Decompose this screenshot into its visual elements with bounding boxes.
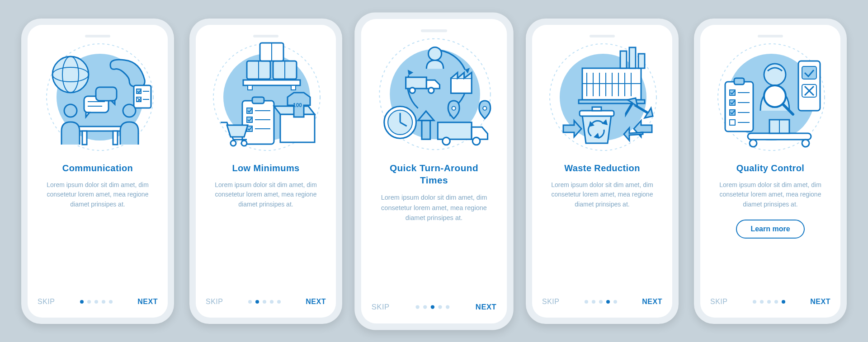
next-button[interactable]: NEXT (306, 298, 326, 306)
skip-button[interactable]: SKIP (38, 298, 55, 306)
svg-point-58 (483, 106, 486, 110)
dot[interactable] (599, 300, 603, 304)
speaker (253, 35, 278, 37)
dot[interactable] (423, 305, 427, 309)
next-button[interactable]: NEXT (810, 298, 830, 306)
svg-rect-18 (96, 87, 117, 101)
skip-button[interactable]: SKIP (206, 298, 223, 306)
svg-rect-12 (113, 131, 118, 145)
footer: SKIP NEXT (206, 298, 326, 306)
svg-point-97 (802, 140, 809, 147)
dot[interactable] (80, 300, 84, 304)
dot[interactable] (585, 300, 588, 304)
svg-text:100: 100 (293, 102, 302, 108)
dot[interactable] (270, 300, 274, 304)
speaker (590, 35, 615, 37)
footer: SKIP NEXT (710, 298, 830, 306)
dot[interactable] (760, 300, 764, 304)
phone-waste-reduction: Waste Reduction Lorem ipsum dolor sit di… (526, 19, 679, 324)
screen: Quick Turn-Around Times Lorem ipsum dolo… (361, 19, 507, 323)
pagination-dots (585, 300, 617, 304)
svg-rect-54 (438, 122, 472, 139)
svg-point-57 (452, 106, 456, 110)
svg-rect-80 (734, 78, 744, 84)
dot[interactable] (767, 300, 771, 304)
quality-control-icon (712, 43, 829, 156)
skip-button[interactable]: SKIP (542, 298, 559, 306)
dot[interactable] (277, 300, 281, 304)
screen: Quality Control Lorem ipsum dolor sit di… (700, 25, 840, 318)
description: Lorem ipsum dolor sit dim amet, dim cons… (546, 180, 659, 210)
title: Quick Turn-Around Times (377, 162, 491, 186)
dot[interactable] (606, 300, 610, 304)
next-button[interactable]: NEXT (476, 303, 496, 311)
svg-rect-48 (451, 78, 472, 93)
pagination-dots (80, 300, 113, 304)
phone-quality-control: Quality Control Lorem ipsum dolor sit di… (694, 19, 847, 324)
svg-rect-95 (748, 133, 811, 140)
dot[interactable] (446, 305, 449, 309)
svg-point-38 (231, 141, 236, 146)
svg-rect-73 (638, 54, 645, 68)
next-button[interactable]: NEXT (642, 298, 662, 306)
svg-point-39 (241, 141, 247, 146)
description: Lorem ipsum dolor sit dim amet, dim cons… (375, 192, 493, 223)
dot[interactable] (248, 300, 252, 304)
dot[interactable] (263, 300, 266, 304)
svg-point-13 (64, 104, 77, 117)
dot[interactable] (87, 300, 91, 304)
title: Waste Reduction (564, 162, 640, 174)
dot[interactable] (431, 305, 434, 309)
svg-point-44 (429, 47, 442, 60)
learn-more-button[interactable]: Learn more (736, 220, 804, 239)
svg-rect-75 (580, 111, 614, 116)
waste-reduction-icon (543, 43, 661, 156)
skip-button[interactable]: SKIP (710, 298, 727, 306)
speaker (85, 35, 110, 37)
dot[interactable] (109, 300, 113, 304)
dot[interactable] (613, 300, 617, 304)
description: Lorem ipsum dolor sit dim amet, dim cons… (41, 180, 154, 210)
svg-point-89 (764, 64, 786, 85)
svg-point-46 (410, 87, 415, 93)
svg-point-55 (443, 137, 450, 145)
svg-rect-71 (620, 51, 627, 68)
svg-point-14 (123, 104, 136, 117)
dot[interactable] (102, 300, 105, 304)
svg-point-56 (472, 137, 480, 145)
title: Communication (62, 162, 133, 174)
svg-rect-28 (248, 85, 252, 90)
dot[interactable] (255, 300, 259, 304)
svg-rect-72 (629, 47, 636, 68)
svg-point-96 (750, 140, 757, 147)
footer: SKIP NEXT (542, 298, 662, 306)
phone-low-minimums: 100 Low Minimums Lorem ipsum dolor sit d… (189, 19, 342, 324)
svg-rect-29 (291, 85, 296, 90)
svg-rect-84 (730, 120, 735, 125)
svg-rect-76 (592, 107, 601, 111)
next-button[interactable]: NEXT (137, 298, 158, 306)
dot[interactable] (774, 300, 778, 304)
svg-rect-11 (82, 131, 87, 145)
speaker (758, 35, 783, 37)
svg-rect-31 (252, 97, 264, 103)
footer: SKIP NEXT (372, 303, 497, 311)
description: Lorem ipsum dolor sit dim amet, dim cons… (714, 180, 827, 210)
dot[interactable] (438, 305, 442, 309)
dot[interactable] (782, 300, 785, 304)
title: Quality Control (736, 162, 804, 174)
speaker (421, 29, 447, 32)
svg-rect-40 (280, 114, 315, 142)
dot[interactable] (94, 300, 98, 304)
svg-rect-53 (422, 120, 430, 139)
dot[interactable] (415, 305, 419, 309)
dot[interactable] (592, 300, 595, 304)
dot[interactable] (753, 300, 756, 304)
pagination-dots (753, 300, 785, 304)
skip-button[interactable]: SKIP (372, 303, 390, 311)
screen: Communication Lorem ipsum dolor sit dim … (28, 25, 168, 318)
phone-communication: Communication Lorem ipsum dolor sit dim … (21, 19, 174, 324)
svg-rect-45 (406, 77, 427, 89)
svg-point-47 (429, 87, 434, 93)
low-minimums-icon: 100 (207, 43, 325, 156)
